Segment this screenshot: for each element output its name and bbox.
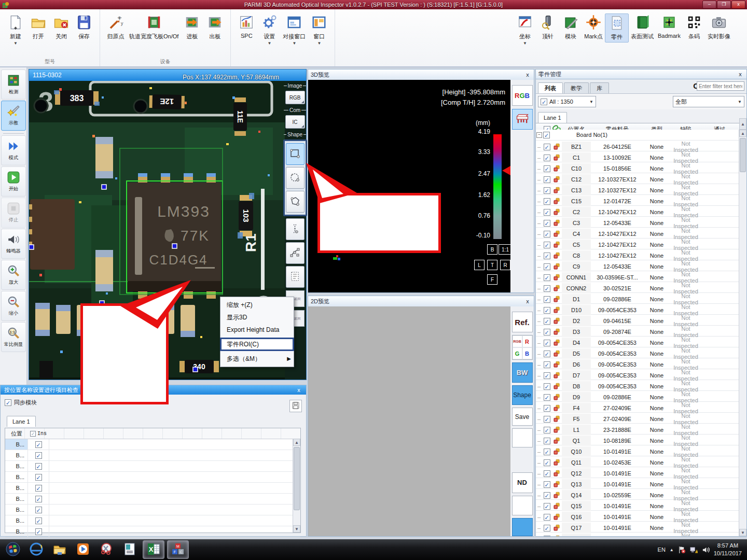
- taskbar-media-player[interactable]: [73, 541, 93, 558]
- row-checkbox[interactable]: ✓: [544, 405, 550, 412]
- table-row-C13[interactable]: –✓C1312-10327EX12NoneNot Inspected: [536, 184, 739, 195]
- position-row[interactable]: B...✓: [5, 461, 300, 472]
- table-row-F4[interactable]: –✓F427-02409ENoneNot Inspected: [536, 402, 739, 413]
- row-checkbox[interactable]: ✓: [544, 503, 550, 510]
- shape-overlay-button[interactable]: Shape: [512, 385, 533, 405]
- context-menu-item-0[interactable]: 缩放 +(Z): [220, 299, 294, 311]
- row-checkbox[interactable]: ✓: [544, 155, 550, 161]
- ribbon-button-mark[interactable]: Mark点: [582, 13, 605, 41]
- all-checkbox[interactable]: ✓: [541, 99, 547, 105]
- ribbon-button-window-dock[interactable]: 对接窗口▼: [281, 13, 308, 46]
- column-options-button[interactable]: ▲: [739, 118, 746, 130]
- parts-scrollbar[interactable]: ▲ ▼: [739, 130, 746, 536]
- row-checkbox[interactable]: ✓: [544, 209, 550, 216]
- ins-row-checkbox[interactable]: ✓: [35, 474, 42, 481]
- language-indicator[interactable]: EN: [658, 547, 666, 553]
- rgb-mode-button[interactable]: RGB: [285, 91, 305, 104]
- sidebar-item-inspect[interactable]: 检测: [1, 69, 26, 100]
- row-checkbox[interactable]: ✓: [544, 351, 550, 357]
- position-row[interactable]: B...✓: [5, 494, 300, 505]
- ribbon-button-floppy[interactable]: 保存: [73, 13, 95, 41]
- sidebar-item-teach[interactable]: 示教: [1, 101, 26, 131]
- row-checkbox[interactable]: ✓: [544, 144, 550, 150]
- circle-roi-tool-button[interactable]: [286, 167, 305, 189]
- solid-region-button[interactable]: [512, 518, 533, 536]
- ins-row-checkbox[interactable]: ✓: [35, 496, 42, 502]
- view-button-F[interactable]: F: [487, 274, 497, 285]
- ins-checkbox[interactable]: ✓: [30, 431, 36, 437]
- table-row-D6[interactable]: –✓D609-0054CE353NoneNot Inspected: [536, 358, 739, 369]
- position-row[interactable]: B...✓: [5, 483, 300, 494]
- row-checkbox[interactable]: ✓: [544, 340, 550, 346]
- ribbon-button-surface[interactable]: 表面测试: [629, 13, 656, 41]
- ribbon-button-barcode[interactable]: 条码: [683, 13, 706, 41]
- row-checkbox[interactable]: ✓: [544, 274, 550, 281]
- ref-button[interactable]: Ref.: [512, 312, 533, 332]
- table-row-C5[interactable]: –✓C512-10427EX12NoneNot Inspected: [536, 239, 739, 249]
- minimize-button[interactable]: –: [702, 1, 716, 9]
- sidebar-item-mode[interactable]: 模式: [1, 135, 26, 165]
- sidebar-item-start[interactable]: 开始: [1, 166, 26, 197]
- bw-button[interactable]: BW: [512, 362, 533, 382]
- table-row-D8[interactable]: –✓D809-0054CE353NoneNot Inspected: [536, 380, 739, 391]
- row-checkbox[interactable]: ✓: [544, 394, 550, 401]
- tab-lane1-bottom[interactable]: Lane 1: [7, 416, 36, 427]
- ribbon-button-origin[interactable]: xy归原点: [104, 13, 127, 41]
- ins-row-checkbox[interactable]: ✓: [35, 507, 42, 513]
- poly-roi-tool-button[interactable]: [286, 191, 305, 213]
- row-checkbox[interactable]: ✓: [544, 242, 550, 248]
- board-group-row[interactable]: −✓Board No(1): [536, 130, 739, 141]
- close-icon[interactable]: x: [295, 387, 302, 393]
- context-menu-item-2[interactable]: Export Height Data: [220, 324, 294, 336]
- table-row-D5[interactable]: –✓D509-0054CE353NoneNot Inspected: [536, 347, 739, 358]
- list-roi-tool-button[interactable]: [286, 266, 305, 288]
- table-row-L1[interactable]: –✓L123-21888ENoneNot Inspected: [536, 424, 739, 435]
- sidebar-item-one-to-one[interactable]: 1:1常比例显: [1, 322, 26, 352]
- ribbon-button-gear[interactable]: 设置▼: [258, 13, 281, 46]
- ins-row-checkbox[interactable]: ✓: [35, 452, 42, 459]
- row-checkbox[interactable]: ✓: [544, 514, 550, 521]
- nd-button[interactable]: ND: [512, 472, 533, 493]
- position-row[interactable]: B...✓: [5, 472, 300, 483]
- ribbon-button-folder-open[interactable]: 打开: [27, 13, 50, 41]
- context-menu-item-1[interactable]: 显示3D: [220, 311, 294, 324]
- status-filter-combo[interactable]: 全部▼: [673, 96, 744, 107]
- row-checkbox[interactable]: ✓: [544, 318, 550, 325]
- tray-expand-icon[interactable]: ▲: [670, 548, 674, 552]
- sidebar-item-buzzer[interactable]: 蜂鸣器: [1, 229, 26, 259]
- row-checkbox[interactable]: ✓: [544, 470, 550, 477]
- position-row[interactable]: B...✓: [5, 439, 300, 450]
- table-row-C10[interactable]: –✓C1015-01856ENoneNot Inspected: [536, 162, 739, 173]
- table-row-C1[interactable]: –✓C113-10092ENoneNot Inspected: [536, 151, 739, 162]
- taskbar-excel[interactable]: X: [143, 540, 164, 559]
- g-channel-button[interactable]: G: [513, 347, 522, 359]
- tab-library[interactable]: 库: [590, 82, 609, 93]
- table-row-D1[interactable]: –✓D109-02886ENoneNot Inspected: [536, 293, 739, 304]
- row-checkbox[interactable]: ✓: [544, 285, 550, 292]
- table-row-C2[interactable]: –✓C212-10427EX12NoneNot Inspected: [536, 206, 739, 217]
- ribbon-button-new-doc[interactable]: 新建▼: [4, 13, 27, 46]
- ribbon-button-part[interactable]: 零件: [605, 13, 629, 43]
- table-row-D9[interactable]: –✓D909-02886ENoneNot Inspected: [536, 391, 739, 402]
- taskbar-ie[interactable]: [26, 541, 47, 558]
- close-icon[interactable]: x: [737, 71, 744, 77]
- network-warning-icon[interactable]: !: [690, 546, 698, 554]
- ribbon-button-camera[interactable]: 实时影像: [706, 13, 732, 41]
- save-settings-button[interactable]: [289, 400, 302, 412]
- vert-roi-tool-button[interactable]: [286, 218, 305, 240]
- row-checkbox[interactable]: ✓: [544, 253, 550, 259]
- ic-mode-button[interactable]: IC: [285, 115, 305, 129]
- multi-point-tool-button[interactable]: [286, 242, 305, 264]
- row-checkbox[interactable]: ✓: [544, 198, 550, 205]
- dashed-region-button[interactable]: [512, 496, 533, 515]
- ins-row-checkbox[interactable]: ✓: [35, 517, 42, 524]
- row-checkbox[interactable]: ✓: [544, 536, 550, 537]
- close-icon[interactable]: x: [524, 298, 531, 304]
- position-row[interactable]: B...✓: [5, 515, 300, 526]
- context-menu-item-4[interactable]: 多选（&M）▶: [220, 353, 294, 365]
- row-checkbox[interactable]: ✓: [544, 187, 550, 194]
- table-row-Q12[interactable]: –✓Q1210-01491ENoneNot Inspected: [536, 467, 739, 478]
- sidebar-item-zoom-out[interactable]: 缩小: [1, 291, 26, 321]
- taskbar-aoi-app[interactable]: MFC: [167, 540, 189, 559]
- row-checkbox[interactable]: ✓: [544, 525, 550, 531]
